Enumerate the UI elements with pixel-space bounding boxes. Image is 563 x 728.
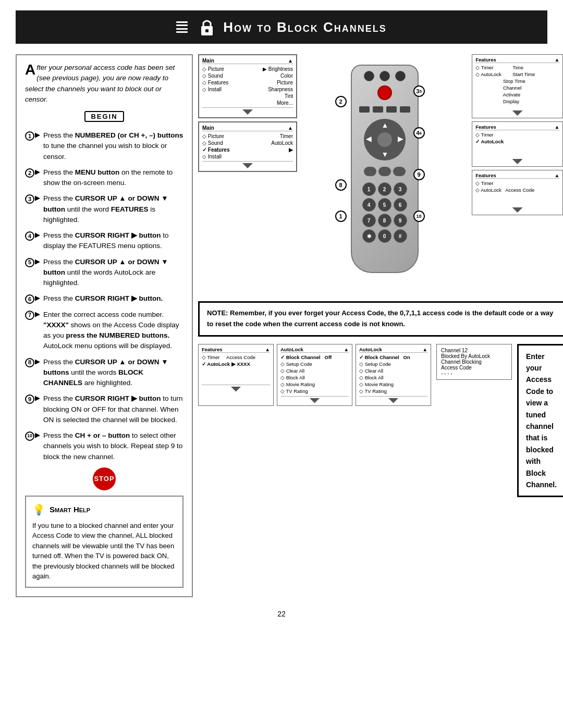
screen1-row4: ◇ InstallSharpness — [202, 86, 293, 93]
num-btn-1[interactable]: 1 — [362, 182, 376, 196]
bs2-row3: ◇ Clear All — [280, 367, 349, 374]
remote-mute-btn — [378, 167, 391, 176]
bottom-screen-1: Features ▲ ◇ Timer Access Code ✓ AutoLoc… — [198, 344, 274, 406]
step-7-number: 7 — [25, 311, 34, 320]
right-screens: Features ▲ ◇ Timer Time ◇ AutoLock Start… — [472, 54, 563, 215]
nav-right[interactable]: ▶ — [398, 134, 403, 143]
num-btn-4[interactable]: 4 — [362, 198, 376, 212]
bs1-arrow: ▲ — [265, 347, 270, 352]
step-5-arrow: ▶ — [35, 257, 40, 266]
step-4-content: Press the CURSOR RIGHT ▶ button to displ… — [43, 230, 183, 252]
num-btn-5[interactable]: 5 — [378, 198, 391, 212]
rs2-arrow: ▲ — [555, 124, 559, 130]
step-4-number: 4 — [25, 231, 34, 241]
step-1-number: 1 — [25, 131, 34, 141]
rs3-down-arrow — [475, 207, 559, 213]
bulb-icon: 💡 — [32, 502, 45, 517]
step-3-arrow: ▶ — [35, 193, 40, 203]
remote-step-9: 9 — [413, 169, 425, 180]
step-1-content: Press the NUMBERED (or CH +, –) buttons … — [43, 130, 183, 162]
remote-control: 2 35 46 8 9 10 1 — [333, 54, 437, 294]
step-9: 9 ▶ Press the CURSOR RIGHT ▶ button to t… — [25, 393, 183, 425]
num-btn-7[interactable]: 7 — [362, 214, 376, 227]
lines-icon — [176, 20, 188, 34]
bs1-row1: ◇ Timer Access Code — [202, 354, 270, 361]
step-7: 7 ▶ Enter the correct access code number… — [25, 310, 183, 352]
bottom-left-screens: Features ▲ ◇ Timer Access Code ✓ AutoLoc… — [198, 344, 431, 406]
bs2-header: AutoLock ▲ — [280, 347, 349, 353]
step-2: 2 ▶ Press the MENU button on the remote … — [25, 167, 183, 189]
rs1-row3: Stop Time — [475, 78, 559, 84]
channel-line3: Channel Blocking — [441, 359, 507, 365]
num-btn-9[interactable]: 9 — [394, 214, 407, 227]
rs3-arrow: ▲ — [555, 172, 559, 178]
step-2-arrow: ▶ — [35, 167, 40, 177]
remote-top-buttons — [364, 71, 406, 81]
step-8: 8 ▶ Press the CURSOR UP ▲ or DOWN ▼ butt… — [25, 357, 183, 389]
remote-btn-2 — [380, 71, 390, 81]
num-btn-3[interactable]: 3 — [394, 182, 407, 196]
bs3-row5: ◇ Movie Rating — [359, 381, 427, 388]
remote-power-btn[interactable] — [377, 85, 392, 100]
channel-blocked-screen: Channel 12 Blocked By AutoLock Channel B… — [436, 344, 512, 380]
bs3-title: AutoLock — [359, 347, 382, 352]
page-title: How to Block Channels — [223, 19, 387, 35]
bottom-screen-2: AutoLock ▲ ✓ Block Channel Off ◇ Setup C… — [277, 344, 352, 406]
step-6-number: 6 — [25, 294, 34, 304]
num-btn-star[interactable]: ✱ — [362, 229, 376, 243]
smart-help-label: Smart Help — [50, 504, 90, 516]
num-btn-8[interactable]: 8 — [378, 214, 391, 227]
nav-down[interactable]: ▼ — [382, 150, 389, 158]
screen1-row2: ◇ SoundColor — [202, 72, 293, 79]
bottom-screen-3: AutoLock ▲ ✓ Block Channel On ◇ Setup Co… — [356, 344, 431, 406]
step-6-arrow: ▶ — [35, 293, 40, 303]
bs2-row4: ◇ Block All — [280, 374, 349, 381]
step-3: 3 ▶ Press the CURSOR UP ▲ or DOWN ▼ butt… — [25, 193, 183, 225]
rs3-title: Features — [475, 172, 496, 178]
screen1-row6: More... — [202, 100, 293, 106]
remote-step-3: 35 — [413, 85, 425, 97]
main-content: A fter your personal access code has bee… — [0, 49, 563, 602]
rs1-arrow: ▲ — [555, 57, 559, 63]
remote-mid-buttons — [359, 106, 410, 113]
screen1-row5: Tint — [202, 93, 293, 100]
remote-step-8: 8 — [335, 179, 347, 191]
rs1-row1: ◇ Timer Time — [475, 64, 559, 71]
smart-help-text: If you tune to a blocked channel and ent… — [32, 521, 176, 582]
nav-up[interactable]: ▲ — [382, 121, 389, 129]
remote-body: ▲ ▼ ◀ ▶ 1 2 3 4 5 — [351, 65, 419, 273]
rs1-row5: Activate — [475, 91, 559, 98]
num-btn-0[interactable]: 0 — [378, 229, 391, 243]
step-2-content: Press the MENU button on the remote to s… — [43, 167, 183, 189]
step-10-arrow: ▶ — [35, 430, 40, 440]
num-btn-2[interactable]: 2 — [378, 182, 391, 196]
screen2-down-arrow — [202, 163, 293, 168]
stop-badge-wrapper: STOP — [25, 467, 183, 490]
screen1-arrow: ▲ — [288, 58, 293, 64]
svg-rect-1 — [205, 29, 209, 32]
tv-screen-1: Main ▲ ◇ Picture▶ Brightness ◇ SoundColo… — [198, 54, 297, 118]
bs2-row5: ◇ Movie Rating — [280, 381, 349, 388]
bs3-row2: ◇ Setup Code — [359, 361, 427, 367]
remote-nav-center — [377, 132, 392, 147]
bs1-header: Features ▲ — [202, 347, 270, 353]
remote-vol-ch — [364, 167, 406, 176]
screen2-row2: ◇ SoundAutoLock — [202, 140, 293, 146]
bs3-row6: ◇ TV Rating — [359, 388, 427, 394]
rs2-row2: ✓ AutoLock — [475, 138, 559, 145]
step-6-content: Press the CURSOR RIGHT ▶ button. — [43, 293, 183, 304]
remote-btn-3 — [395, 71, 406, 81]
remote-btn-6 — [386, 106, 397, 113]
num-btn-hash[interactable]: # — [394, 229, 407, 243]
step-7-content: Enter the correct access code number. "X… — [43, 310, 183, 352]
nav-left[interactable]: ◀ — [366, 134, 372, 143]
bs2-down-arrow — [310, 398, 320, 403]
bs2-row2: ◇ Setup Code — [280, 361, 349, 367]
step-10-number: 10 — [25, 431, 34, 441]
tv-screen-2-header: Main ▲ — [202, 125, 293, 131]
remote-numpad: 1 2 3 4 5 6 7 8 9 ✱ 0 # — [362, 182, 407, 243]
num-btn-6[interactable]: 6 — [394, 198, 407, 212]
bs3-arrow: ▲ — [423, 347, 427, 352]
step-3-content: Press the CURSOR UP ▲ or DOWN ▼ button u… — [43, 193, 183, 225]
rs1-row6: Display — [475, 98, 559, 105]
